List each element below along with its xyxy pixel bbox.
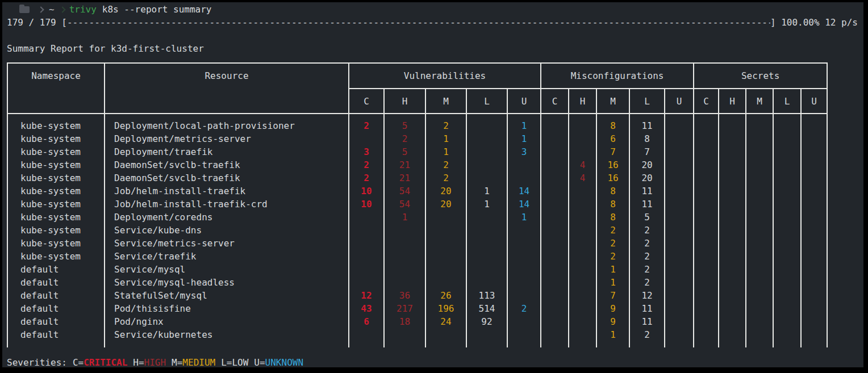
cell-resource: Service/mysql (105, 263, 349, 276)
cell-vuln-m (425, 211, 466, 224)
cell-vuln-h: 217 (384, 302, 425, 315)
cell-vuln-m: 2 (425, 114, 466, 132)
severity-col-header-secrets-u: U (801, 89, 827, 114)
cell-misconfig-l: 20 (629, 158, 665, 171)
cell-misconfig-h (569, 276, 596, 289)
cell-secrets-c (694, 328, 719, 347)
cell-secrets-u (801, 185, 827, 198)
cell-misconfig-l: 5 (629, 211, 665, 224)
cell-vuln-c: 12 (349, 289, 384, 302)
cell-resource: Service/kubernetes (105, 328, 349, 347)
cell-vuln-c: 2 (349, 171, 384, 185)
legend-item-high: H=HIGH (133, 356, 166, 369)
cell-misconfig-h (569, 114, 596, 132)
cell-secrets-u (801, 302, 827, 315)
cell-secrets-m (746, 114, 773, 132)
severity-legend: Severities: C=CRITICAL H=HIGH M=MEDIUM L… (7, 356, 858, 369)
cell-misconfig-l: 12 (629, 289, 665, 302)
cell-vuln-u (507, 289, 541, 302)
col-header-resource: Resource (105, 63, 349, 114)
cell-vuln-u (507, 263, 541, 276)
cell-misconfig-m: 8 (596, 211, 629, 224)
cell-secrets-u (801, 237, 827, 250)
cell-resource: Job/helm-install-traefik (105, 185, 349, 198)
cell-vuln-u: 2 (507, 302, 541, 315)
cell-vuln-u: 1 (507, 114, 541, 132)
severity-col-header-misconfig-m: M (596, 89, 629, 114)
table-row: defaultService/mysql12 (7, 263, 827, 276)
cell-misconfig-h: 4 (569, 171, 596, 185)
cell-misconfig-u (665, 145, 694, 158)
table-row: defaultService/mysql-headless12 (7, 276, 827, 289)
cell-vuln-l: 514 (466, 302, 507, 315)
cell-vuln-l (466, 171, 507, 185)
cell-vuln-l (466, 276, 507, 289)
cell-misconfig-u (665, 289, 694, 302)
cell-misconfig-m: 16 (596, 171, 629, 185)
legend-item-critical: C=CRITICAL (73, 356, 127, 369)
cell-secrets-l (773, 289, 801, 302)
cell-misconfig-u (665, 224, 694, 237)
cell-secrets-m (746, 276, 773, 289)
table-row: kube-systemService/kube-dns22 (7, 224, 827, 237)
cell-vuln-h: 21 (384, 158, 425, 171)
cell-secrets-c (694, 171, 719, 185)
cell-secrets-h (719, 263, 746, 276)
severity-col-header-misconfig-c: C (541, 89, 569, 114)
cell-vuln-l: 1 (466, 198, 507, 211)
cell-resource: Job/helm-install-traefik-crd (105, 198, 349, 211)
cell-secrets-h (719, 302, 746, 315)
cell-vuln-l: 113 (466, 289, 507, 302)
cell-namespace: kube-system (7, 237, 105, 250)
cell-secrets-m (746, 211, 773, 224)
cell-vuln-h: 5 (384, 145, 425, 158)
cell-secrets-l (773, 263, 801, 276)
cell-secrets-m (746, 145, 773, 158)
cell-vuln-m (425, 250, 466, 263)
cell-misconfig-m: 1 (596, 263, 629, 276)
cell-vuln-u: 1 (507, 132, 541, 145)
table-row: kube-systemDeployment/local-path-provisi… (7, 114, 827, 132)
cell-misconfig-l: 11 (629, 315, 665, 328)
cell-secrets-c (694, 114, 719, 132)
terminal-window[interactable]: ~ trivy k8s --report summary 179 / 179 [… (2, 2, 863, 367)
cell-namespace: default (7, 289, 105, 302)
cell-misconfig-u (665, 211, 694, 224)
severity-col-header-vuln-m: M (425, 89, 466, 114)
cell-secrets-l (773, 302, 801, 315)
cell-secrets-m (746, 132, 773, 145)
command-args: k8s --report summary (102, 3, 212, 16)
cell-misconfig-h (569, 145, 596, 158)
cell-vuln-c: 3 (349, 145, 384, 158)
cell-vuln-u: 3 (507, 145, 541, 158)
cell-vuln-m (425, 263, 466, 276)
cell-secrets-l (773, 250, 801, 263)
cell-misconfig-l: 8 (629, 132, 665, 145)
cell-vuln-l (466, 145, 507, 158)
cell-misconfig-h (569, 315, 596, 328)
cell-misconfig-h: 4 (569, 158, 596, 171)
cell-misconfig-m: 8 (596, 198, 629, 211)
cell-secrets-h (719, 132, 746, 145)
cell-vuln-l (466, 158, 507, 171)
cell-secrets-h (719, 224, 746, 237)
cell-vuln-l (466, 114, 507, 132)
cell-misconfig-m: 7 (596, 145, 629, 158)
cell-resource: Deployment/traefik (105, 145, 349, 158)
table-row: kube-systemDeployment/coredns1185 (7, 211, 827, 224)
chevron-right-icon (37, 6, 44, 12)
severity-col-header-misconfig-u: U (665, 89, 694, 114)
cell-vuln-c (349, 250, 384, 263)
table-row: kube-systemDeployment/metrics-server2116… (7, 132, 827, 145)
cell-resource: StatefulSet/mysql (105, 289, 349, 302)
cell-secrets-h (719, 315, 746, 328)
cell-secrets-l (773, 185, 801, 198)
cell-misconfig-l: 2 (629, 237, 665, 250)
cell-vuln-c: 10 (349, 185, 384, 198)
cell-misconfig-u (665, 302, 694, 315)
cell-namespace: kube-system (7, 158, 105, 171)
cell-misconfig-m: 2 (596, 237, 629, 250)
cell-secrets-c (694, 145, 719, 158)
cell-misconfig-m: 1 (596, 276, 629, 289)
cell-vuln-l (466, 328, 507, 347)
